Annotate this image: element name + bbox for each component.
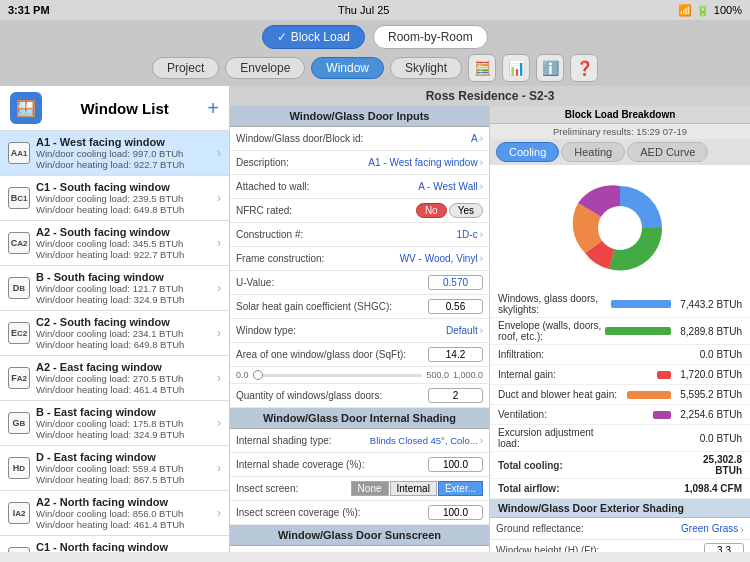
ground-reflectance-label: Ground reflectance: bbox=[496, 523, 681, 534]
slider-mid: 500.0 bbox=[426, 370, 449, 380]
internal-coverage-label: Internal shade coverage (%): bbox=[236, 459, 428, 470]
bd-bar bbox=[657, 371, 671, 379]
cooling-tab[interactable]: Cooling bbox=[496, 142, 559, 162]
sunscreen-type-row: Sunscreen type: 1.0 - No Screen › bbox=[230, 546, 489, 552]
area-input[interactable] bbox=[428, 347, 483, 362]
bd-value: 5,595.2 BTUh bbox=[677, 389, 742, 400]
breakdown-row: Total airflow: 1,098.4 CFM bbox=[490, 479, 750, 499]
help-icon[interactable]: ❓ bbox=[570, 54, 598, 82]
frame-label: Frame construction: bbox=[236, 253, 400, 264]
sunscreen-header: Window/Glass Door Sunscreen bbox=[230, 525, 489, 546]
window-list-item[interactable]: FA2 A2 - East facing window Win/door coo… bbox=[0, 356, 229, 401]
window-list-item[interactable]: CA2 A2 - South facing window Win/door co… bbox=[0, 221, 229, 266]
info-icon[interactable]: ℹ️ bbox=[536, 54, 564, 82]
window-item-content: A2 - South facing window Win/door coolin… bbox=[36, 226, 217, 260]
window-list-item[interactable]: JC1 C1 - North facing window Win/door co… bbox=[0, 536, 229, 552]
window-item-cooling: Win/door cooling load: 175.8 BTUh bbox=[36, 418, 217, 429]
window-type-label: Window type: bbox=[236, 325, 446, 336]
ground-reflectance-row: Ground reflectance: Green Grass › bbox=[490, 518, 750, 540]
window-list-item[interactable]: DB B - South facing window Win/door cool… bbox=[0, 266, 229, 311]
middle-panel: Window/Glass Door Inputs Window/Glass do… bbox=[230, 106, 490, 552]
window-item-arrow: › bbox=[217, 191, 221, 205]
window-list-item[interactable]: GB B - East facing window Win/door cooli… bbox=[0, 401, 229, 446]
ground-reflectance-value[interactable]: Green Grass bbox=[681, 523, 738, 534]
bd-label: Excursion adjustment load: bbox=[498, 427, 597, 449]
project-tab[interactable]: Project bbox=[152, 57, 219, 79]
breakdown-row: Total cooling: 25,302.8 BTUh bbox=[490, 452, 750, 479]
shgc-input[interactable] bbox=[428, 299, 483, 314]
uvalue-label: U-Value: bbox=[236, 277, 428, 288]
window-item-title: B - South facing window bbox=[36, 271, 217, 283]
attached-wall-value[interactable]: A - West Wall › bbox=[418, 181, 483, 192]
pie-area bbox=[490, 165, 750, 291]
window-list-item[interactable]: AA1 A1 - West facing window Win/door coo… bbox=[0, 131, 229, 176]
bd-value: 0.0 BTUh bbox=[677, 349, 742, 360]
window-item-title: B - East facing window bbox=[36, 406, 217, 418]
construction-arrow: › bbox=[480, 229, 483, 240]
window-item-icon: BC1 bbox=[8, 187, 30, 209]
internal-shading-type-value[interactable]: Blinds Closed 45°, Colo... › bbox=[370, 435, 483, 446]
status-bar: 3:31 PM Thu Jul 25 📶 🔋 100% bbox=[0, 0, 750, 20]
window-list-item[interactable]: HD D - East facing window Win/door cooli… bbox=[0, 446, 229, 491]
insect-none-btn[interactable]: None bbox=[351, 481, 389, 496]
add-window-btn[interactable]: + bbox=[207, 97, 219, 120]
breakdown-row: Internal gain: 1,720.0 BTUh bbox=[490, 365, 750, 385]
window-height-input[interactable] bbox=[704, 543, 744, 552]
internal-shading-type-row: Internal shading type: Blinds Closed 45°… bbox=[230, 429, 489, 453]
window-item-arrow: › bbox=[217, 281, 221, 295]
sub-nav: Project Envelope Window Skylight 🧮 📊 ℹ️ … bbox=[0, 52, 750, 86]
bd-label: Total airflow: bbox=[498, 483, 597, 494]
window-item-title: A2 - South facing window bbox=[36, 226, 217, 238]
insect-coverage-label: Insect screen coverage (%): bbox=[236, 507, 428, 518]
quantity-row: Quantity of windows/glass doors: bbox=[230, 384, 489, 408]
window-item-heating: Win/door heating load: 922.7 BTUh bbox=[36, 159, 217, 170]
window-list-item[interactable]: IA2 A2 - North facing window Win/door co… bbox=[0, 491, 229, 536]
window-item-content: C2 - South facing window Win/door coolin… bbox=[36, 316, 217, 350]
room-by-room-btn[interactable]: Room-by-Room bbox=[373, 25, 488, 49]
window-list: AA1 A1 - West facing window Win/door coo… bbox=[0, 131, 229, 552]
window-list-item[interactable]: EC2 C2 - South facing window Win/door co… bbox=[0, 311, 229, 356]
heating-tab[interactable]: Heating bbox=[561, 142, 625, 162]
window-item-arrow: › bbox=[217, 416, 221, 430]
description-arrow: › bbox=[480, 157, 483, 168]
uvalue-row: U-Value: bbox=[230, 271, 489, 295]
envelope-tab[interactable]: Envelope bbox=[225, 57, 305, 79]
window-item-content: B - South facing window Win/door cooling… bbox=[36, 271, 217, 305]
block-id-value: A › bbox=[471, 133, 483, 144]
internal-coverage-row: Internal shade coverage (%): bbox=[230, 453, 489, 477]
nfrc-no-btn[interactable]: No bbox=[416, 203, 447, 218]
bd-label: Internal gain: bbox=[498, 369, 657, 380]
aed-tab[interactable]: AED Curve bbox=[627, 142, 708, 162]
window-item-content: A2 - East facing window Win/door cooling… bbox=[36, 361, 217, 395]
window-item-content: B - East facing window Win/door cooling … bbox=[36, 406, 217, 440]
block-load-btn[interactable]: ✓ Block Load bbox=[262, 25, 365, 49]
bd-value: 1,098.4 CFM bbox=[677, 483, 742, 494]
breakdown-row: Duct and blower heat gain: 5,595.2 BTUh bbox=[490, 385, 750, 405]
window-item-content: C1 - South facing window Win/door coolin… bbox=[36, 181, 217, 215]
uvalue-input[interactable] bbox=[428, 275, 483, 290]
breakdown-row: Infiltration: 0.0 BTUh bbox=[490, 345, 750, 365]
internal-coverage-input[interactable] bbox=[428, 457, 483, 472]
window-item-heating: Win/door heating load: 461.4 BTUh bbox=[36, 519, 217, 530]
window-item-arrow: › bbox=[217, 236, 221, 250]
window-type-arrow: › bbox=[480, 325, 483, 336]
insect-coverage-input[interactable] bbox=[428, 505, 483, 520]
frame-value[interactable]: WV - Wood, Vinyl › bbox=[400, 253, 483, 264]
nfrc-yes-btn[interactable]: Yes bbox=[449, 203, 483, 218]
insect-exter-btn[interactable]: Exter... bbox=[438, 481, 483, 496]
window-item-heating: Win/door heating load: 649.8 BTUh bbox=[36, 339, 217, 350]
window-type-value[interactable]: Default › bbox=[446, 325, 483, 336]
calculator-icon[interactable]: 🧮 bbox=[468, 54, 496, 82]
window-item-title: C1 - South facing window bbox=[36, 181, 217, 193]
construction-value[interactable]: 1D-c › bbox=[457, 229, 483, 240]
chart-icon[interactable]: 📊 bbox=[502, 54, 530, 82]
window-tab[interactable]: Window bbox=[311, 57, 384, 79]
quantity-input[interactable] bbox=[428, 388, 483, 403]
window-item-heating: Win/door heating load: 324.9 BTUh bbox=[36, 294, 217, 305]
window-item-cooling: Win/door cooling load: 997.0 BTUh bbox=[36, 148, 217, 159]
slider-track[interactable] bbox=[253, 369, 423, 381]
skylight-tab[interactable]: Skylight bbox=[390, 57, 462, 79]
window-list-item[interactable]: BC1 C1 - South facing window Win/door co… bbox=[0, 176, 229, 221]
quantity-label: Quantity of windows/glass doors: bbox=[236, 390, 428, 401]
insect-internal-btn[interactable]: Internal bbox=[390, 481, 437, 496]
